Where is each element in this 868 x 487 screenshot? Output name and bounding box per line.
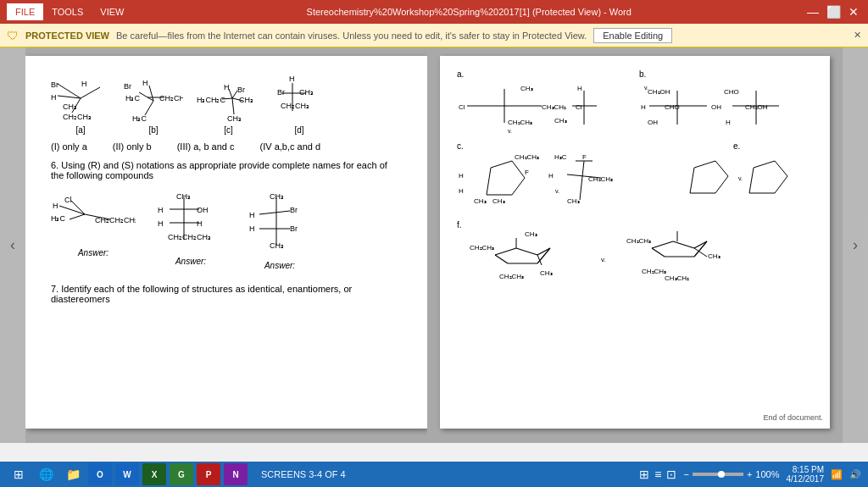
svg-text:CH₂OH: CH₂OH [648, 88, 670, 96]
taskbar-icons[interactable]: ⊞ 🌐 📁 O W X G P N [7, 463, 248, 485]
label-d: [d] [294, 125, 303, 135]
right-page: a. CH₃ Cl CH₃CH₂ Cl CH₂CH₃ v. CH₃ [440, 56, 830, 429]
datetime: 8:15 PM 4/12/2017 [787, 465, 825, 484]
time-display: 8:15 PM [793, 465, 824, 474]
structure-a: Br H H CH₃ CH₂CH₃ [a] [51, 77, 110, 135]
svg-text:H: H [142, 79, 148, 87]
svg-text:Cl: Cl [576, 103, 582, 111]
q6-comp3-svg: CH₃ H Br H Br CH₃ [246, 187, 314, 259]
minimize-btn[interactable]: — [805, 5, 821, 19]
zoom-plus[interactable]: + [747, 469, 752, 479]
zoom-bar: − + 100% [683, 469, 779, 479]
section-ab: a. CH₃ Cl CH₃CH₂ Cl CH₂CH₃ v. CH₃ [457, 69, 813, 135]
label-b: [b] [148, 125, 158, 135]
onenote-icon[interactable]: N [224, 463, 248, 485]
svg-text:H₃C: H₃C [132, 114, 147, 123]
svg-text:CH₃: CH₃ [708, 252, 721, 260]
view-icon-1[interactable]: ⊞ [639, 468, 649, 481]
svg-text:H₃C: H₃C [125, 94, 140, 102]
section-a-svg: CH₃ Cl CH₃CH₂ Cl CH₂CH₃ v. CH₃ [457, 82, 626, 133]
view-icon-3[interactable]: ⊡ [666, 468, 676, 481]
zoom-slider[interactable] [693, 473, 743, 476]
svg-text:CH₃: CH₃ [63, 102, 77, 111]
zoom-thumb [718, 471, 725, 478]
zoom-minus[interactable]: − [683, 469, 688, 479]
svg-text:CH₃: CH₃ [676, 230, 688, 231]
tab-view[interactable]: VIEW [92, 3, 132, 20]
svg-text:CH₃: CH₃ [525, 230, 537, 238]
date-display: 4/12/2017 [787, 474, 825, 484]
svg-text:CHO: CHO [724, 88, 739, 96]
view-icons[interactable]: ⊞ ≡ ⊡ [639, 468, 676, 481]
folder-icon[interactable]: 📁 [61, 463, 85, 485]
powerpoint-icon[interactable]: P [197, 463, 220, 485]
end-of-document: End of document. [763, 413, 823, 422]
svg-text:CH₂CH₂CH₂CH₃: CH₂CH₂CH₂CH₃ [95, 216, 136, 224]
svg-marker-101 [690, 161, 728, 193]
svg-text:CH₃: CH₃ [227, 114, 242, 123]
svg-text:CH₂CH₃: CH₂CH₃ [626, 237, 651, 245]
outlook-icon[interactable]: O [88, 463, 112, 485]
title-bar: FILE TOOLS VIEW Stereochemistry%20Worksh… [0, 0, 868, 24]
status-right: ⊞ ≡ ⊡ − + 100% 8:15 PM 4/12/2017 📶 🔊 [639, 465, 861, 484]
section-e: e. v. [660, 141, 813, 212]
option-1: (I) only a [51, 141, 87, 152]
section-e-svg: v. [669, 151, 804, 210]
section-a: a. CH₃ Cl CH₃CH₂ Cl CH₂CH₃ v. CH₃ [457, 69, 631, 135]
svg-text:v.: v. [738, 175, 743, 181]
svg-text:H: H [577, 85, 582, 92]
right-panel: a. CH₃ Cl CH₃CH₂ Cl CH₂CH₃ v. CH₃ [427, 47, 843, 443]
structure-a-svg: Br H H CH₃ CH₂CH₃ [51, 77, 110, 124]
svg-text:v.: v. [644, 85, 648, 91]
svg-text:CH₂CH₃: CH₂CH₃ [642, 268, 666, 275]
svg-text:F: F [582, 153, 587, 161]
svg-text:H: H [224, 83, 230, 91]
status-bar: ⊞ 🌐 📁 O W X G P N SCREENS 3-4 OF 4 ⊞ ≡ ⊡… [0, 462, 868, 487]
tab-tools[interactable]: TOOLS [43, 3, 92, 20]
window-controls[interactable]: — ⬜ ✕ [805, 5, 861, 19]
svg-text:H: H [51, 93, 57, 102]
enable-editing-button[interactable]: Enable Editing [593, 28, 672, 43]
q6-compound-3: CH₃ H Br H Br CH₃ Answer: [246, 187, 314, 270]
question-7: 7. Identify each of the following of str… [51, 284, 402, 304]
answer-1-label: Answer: [51, 248, 136, 257]
section-c-label: c. [457, 141, 647, 151]
svg-line-120 [694, 241, 707, 248]
tab-file[interactable]: FILE [7, 3, 43, 20]
section-f-label: f. [457, 220, 813, 230]
svg-text:Br: Br [277, 88, 285, 97]
svg-line-100 [580, 161, 584, 200]
svg-line-39 [70, 214, 85, 219]
svg-text:CH₃: CH₃ [567, 197, 580, 205]
svg-marker-103 [749, 161, 787, 193]
left-nav-arrow[interactable]: ‹ [0, 47, 25, 443]
close-btn[interactable]: ✕ [846, 5, 861, 19]
start-button[interactable]: ⊞ [7, 463, 31, 485]
word-icon[interactable]: W [115, 463, 139, 485]
svg-text:Cl: Cl [459, 103, 465, 111]
svg-text:CH₃: CH₃ [492, 197, 505, 205]
excel-icon[interactable]: X [142, 463, 166, 485]
svg-text:H: H [459, 172, 464, 180]
svg-line-4 [81, 87, 100, 98]
q6-compound-2: CH₃ H OH H H CH₂CH₂CH₃ Answer: [153, 187, 229, 266]
ribbon-tabs[interactable]: FILE TOOLS VIEW [7, 3, 132, 20]
protected-message: Be careful—files from the Internet can c… [116, 30, 587, 41]
svg-text:H: H [53, 202, 58, 210]
svg-text:CH₂CH₃: CH₂CH₃ [159, 94, 183, 102]
svg-text:OH: OH [648, 119, 658, 126]
right-nav-arrow[interactable]: › [843, 47, 868, 443]
svg-text:H: H [289, 75, 295, 83]
ie-icon[interactable]: 🌐 [34, 463, 58, 485]
svg-line-105 [495, 248, 516, 255]
view-icon-2[interactable]: ≡ [654, 468, 661, 481]
section-ce: c. CH₂CH₃ F H H CH₃ CH₃ H₃C F H [457, 141, 813, 212]
svg-text:H: H [459, 187, 464, 195]
restore-btn[interactable]: ⬜ [826, 5, 841, 19]
svg-text:H: H [158, 206, 164, 214]
svg-line-25 [229, 89, 232, 98]
answer-3-label: Answer: [246, 261, 314, 270]
protected-close-icon[interactable]: ✕ [854, 30, 861, 41]
svg-text:CH₃: CH₃ [554, 117, 567, 125]
green-icon[interactable]: G [170, 463, 193, 485]
